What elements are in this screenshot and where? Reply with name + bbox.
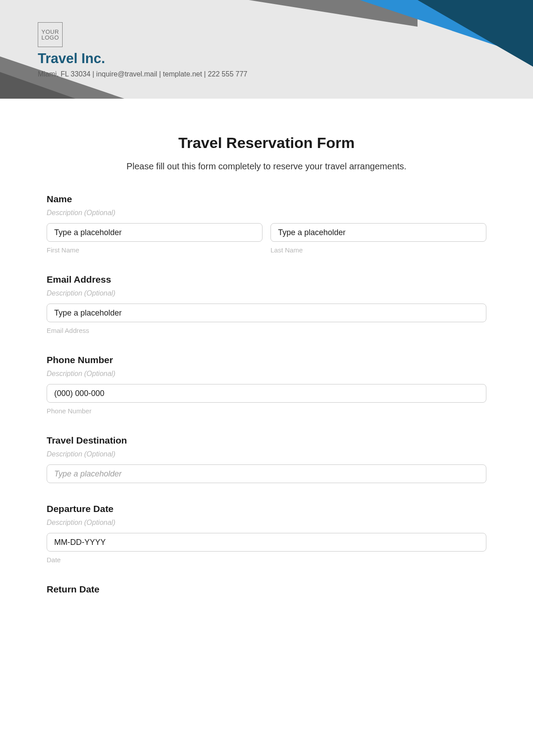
field-phone: Phone Number Description (Optional) Phon… — [47, 355, 486, 415]
logo-placeholder: YOUR LOGO — [38, 22, 63, 47]
email-input[interactable] — [47, 304, 486, 322]
phone-description: Description (Optional) — [47, 370, 486, 378]
name-label: Name — [47, 194, 486, 204]
header-content: YOUR LOGO Travel Inc. Miami, FL 33034 | … — [38, 22, 247, 78]
email-description: Description (Optional) — [47, 289, 486, 297]
destination-description: Description (Optional) — [47, 450, 486, 458]
first-name-sublabel: First Name — [47, 246, 263, 254]
name-description: Description (Optional) — [47, 209, 486, 217]
phone-sublabel: Phone Number — [47, 407, 486, 415]
phone-input[interactable] — [47, 384, 486, 403]
destination-label: Travel Destination — [47, 435, 486, 446]
last-name-sublabel: Last Name — [270, 246, 486, 254]
form-subtitle: Please fill out this form completely to … — [47, 161, 486, 172]
company-name: Travel Inc. — [38, 51, 247, 67]
first-name-input[interactable] — [47, 223, 263, 242]
field-departure: Departure Date Description (Optional) Da… — [47, 504, 486, 564]
departure-description: Description (Optional) — [47, 519, 486, 527]
form-body: Travel Reservation Form Please fill out … — [0, 99, 533, 604]
departure-label: Departure Date — [47, 504, 486, 514]
last-name-input[interactable] — [270, 223, 486, 242]
email-label: Email Address — [47, 274, 486, 285]
departure-sublabel: Date — [47, 556, 486, 564]
logo-text-bottom: LOGO — [41, 35, 59, 40]
departure-input[interactable] — [47, 533, 486, 552]
field-email: Email Address Description (Optional) Ema… — [47, 274, 486, 334]
email-sublabel: Email Address — [47, 327, 486, 334]
field-destination: Travel Destination Description (Optional… — [47, 435, 486, 483]
triangle-decoration — [418, 0, 533, 67]
field-name: Name Description (Optional) First Name L… — [47, 194, 486, 254]
phone-label: Phone Number — [47, 355, 486, 365]
form-title: Travel Reservation Form — [47, 134, 486, 152]
return-date-label-partial: Return Date — [47, 584, 486, 595]
destination-input[interactable] — [47, 464, 486, 483]
page-header: YOUR LOGO Travel Inc. Miami, FL 33034 | … — [0, 0, 533, 99]
company-meta: Miami, FL 33034 | inquire@travel.mail | … — [38, 70, 247, 78]
